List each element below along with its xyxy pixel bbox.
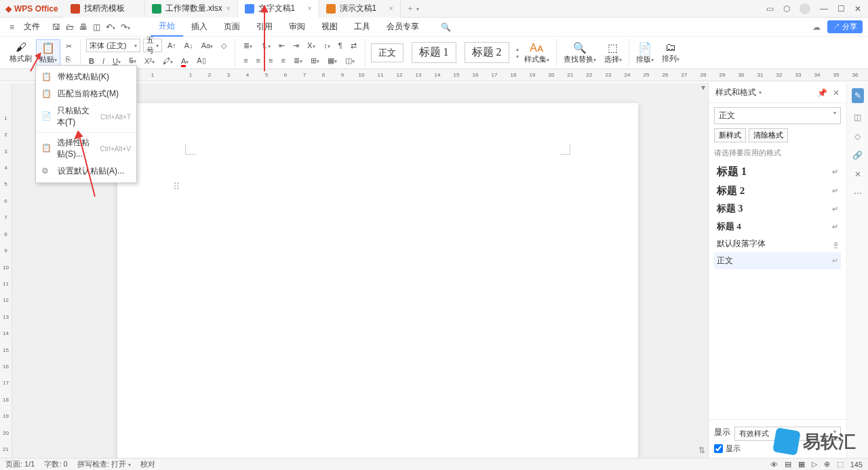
clear-style-button[interactable]: 清除格式 [749, 128, 788, 142]
shapes-icon[interactable]: ◇ [854, 132, 861, 141]
tab-view[interactable]: 视图 [313, 18, 346, 37]
redo-icon[interactable]: ↷▾ [121, 22, 130, 32]
vertical-ruler[interactable]: 123456789101112131415161718192021 [0, 83, 12, 458]
link-icon[interactable]: 🔗 [852, 151, 863, 160]
sort-group[interactable]: 🗂 排列▾ [658, 41, 684, 64]
grow-font-icon[interactable]: A↑ [165, 40, 179, 51]
current-style-select[interactable]: 正文 ▾ [714, 107, 841, 124]
page-indicator[interactable]: 页面: 1/1 [5, 459, 35, 469]
more-icon[interactable]: ⋯ [854, 189, 862, 198]
superscript-icon[interactable]: X²▾ [142, 56, 157, 66]
drag-handle-icon[interactable]: ⠿ [173, 181, 180, 192]
weblayout-icon[interactable]: ▦ [798, 460, 805, 469]
page[interactable]: ⠿ [117, 103, 638, 458]
tab-spreadsheet[interactable]: 工作簿数量.xlsx × [145, 0, 238, 18]
close-icon[interactable]: × [226, 5, 231, 12]
tab-document[interactable]: 文字文稿1 × [238, 0, 319, 18]
user-icon[interactable] [800, 3, 810, 14]
zoom-value[interactable]: 145 [850, 461, 863, 469]
font-select[interactable]: 宋体 (正文)▾ [86, 39, 140, 52]
highlight-icon[interactable]: 🖍▾ [160, 56, 176, 66]
globe-icon[interactable]: ⊕ [824, 460, 830, 469]
search-icon[interactable]: 🔍 [441, 22, 451, 32]
direction-icon[interactable]: ⇄ [348, 40, 359, 52]
cloud-icon[interactable]: ☁ [812, 22, 821, 32]
paste-group[interactable]: 📋 粘贴▾ [36, 39, 60, 66]
style-set-group[interactable]: Aᴀ 样式集▾ [520, 41, 553, 64]
share-button[interactable]: ↗ 分享 [827, 20, 863, 33]
pin-icon[interactable]: 📌 [817, 88, 827, 98]
align-center-icon[interactable]: ≡ [254, 55, 263, 66]
close-icon[interactable]: × [389, 5, 393, 12]
size-select[interactable]: 五号▾ [143, 39, 162, 52]
tab-insert[interactable]: 插入 [183, 18, 216, 37]
tab-review[interactable]: 审阅 [281, 18, 313, 37]
layers-icon[interactable]: ◫ [854, 113, 861, 122]
ruler-collapse-icon[interactable]: ▾ [701, 83, 705, 92]
save-icon[interactable]: 🖫 [52, 22, 60, 32]
tab-member[interactable]: 会员专享 [378, 18, 427, 37]
preview-icon[interactable]: ◫ [93, 22, 100, 32]
style-heading4[interactable]: 标题 4 ↵ [714, 218, 841, 235]
bullets-icon[interactable]: ≣▾ [241, 40, 255, 52]
tools-icon[interactable]: ✕ [854, 170, 861, 179]
proof-status[interactable]: 校对 [140, 459, 155, 469]
print-icon[interactable]: 🖶 [79, 22, 87, 32]
numbering-icon[interactable]: ⒈▾ [258, 39, 273, 52]
align-right-icon[interactable]: ≡ [266, 55, 275, 66]
justify-icon[interactable]: ≡ [278, 55, 288, 66]
paste-keep-format[interactable]: 📋 带格式粘贴(K) [36, 68, 136, 85]
panel-title-dropdown[interactable]: 样式和格式 ▾ [715, 87, 762, 98]
tab-page[interactable]: 页面 [216, 18, 248, 37]
word-count[interactable]: 字数: 0 [44, 459, 67, 469]
paste-default-settings[interactable]: ⚙ 设置默认粘贴(A)... [36, 163, 136, 180]
change-case-icon[interactable]: Aa▾ [199, 40, 216, 51]
style-default-para[interactable]: 默认段落字体 a̲ [714, 235, 841, 252]
select-group[interactable]: ⬚ 选择▾ [600, 41, 626, 64]
window-mode-icon[interactable]: ▭ [766, 4, 774, 14]
layout-group[interactable]: 📄 排版▾ [632, 41, 658, 64]
pilcrow-icon[interactable]: ¶ [336, 40, 345, 51]
fit-icon[interactable]: ⬚ [837, 460, 844, 469]
close-icon[interactable]: ✕ [854, 4, 861, 14]
fill-icon[interactable]: ◫▾ [342, 55, 357, 66]
checkbox[interactable] [714, 444, 723, 453]
tabs-icon[interactable]: ⊞▾ [308, 55, 322, 66]
file-menu[interactable]: 文件 [18, 21, 45, 33]
paste-special[interactable]: 📋 选择性粘贴(S)... Ctrl+Alt+V [36, 134, 136, 163]
tab-start[interactable]: 开始 [151, 18, 183, 37]
dec-indent-icon[interactable]: ⇤ [276, 40, 288, 52]
style-heading1[interactable]: 标题 1 [412, 42, 456, 63]
minimize-icon[interactable]: — [820, 4, 828, 14]
font-color-icon[interactable]: A▾ [178, 56, 191, 66]
distribute-icon[interactable]: ≣▾ [291, 55, 305, 66]
borders-icon[interactable]: ▦▾ [325, 55, 340, 66]
spellcheck-status[interactable]: 拼写检查: 打开 ▾ [77, 459, 131, 469]
paste-text-only[interactable]: 📄 只粘贴文本(T) Ctrl+Alt+T [36, 102, 136, 131]
tab-presentation[interactable]: 演示文稿1 × [319, 0, 401, 18]
text-dir-icon[interactable]: Ⅹ▾ [304, 40, 318, 52]
format-brush-group[interactable]: 🖌 格式刷 [5, 41, 36, 64]
scroll-icon[interactable]: ⇅ [698, 446, 705, 455]
view-icon[interactable]: 👁 [770, 461, 778, 469]
new-style-button[interactable]: 新样式 [714, 128, 746, 142]
style-heading2[interactable]: 标题 2 ↵ [714, 182, 841, 200]
shading-icon[interactable]: A▯ [194, 55, 208, 66]
find-replace-group[interactable]: 🔍 查找替换▾ [559, 41, 600, 64]
maximize-icon[interactable]: ☐ [837, 4, 845, 14]
align-left-icon[interactable]: ≡ [241, 55, 250, 66]
close-icon[interactable]: × [308, 5, 312, 12]
readmode-icon[interactable]: ▤ [785, 460, 791, 469]
clear-format-icon[interactable]: ◇ [218, 40, 229, 52]
pen-icon[interactable]: ✎ [852, 88, 864, 103]
cube-icon[interactable]: ⬡ [783, 4, 790, 14]
undo-icon[interactable]: ↶▾ [106, 22, 115, 32]
style-heading2[interactable]: 标题 2 [465, 42, 509, 63]
copy-icon[interactable]: ⎘ [63, 54, 75, 64]
style-heading3[interactable]: 标题 3 ↵ [714, 200, 841, 218]
styles-up-icon[interactable]: ▴ [516, 46, 519, 52]
style-heading1[interactable]: 标题 1 ↵ [714, 162, 841, 182]
style-normal[interactable]: 正文 [371, 43, 403, 62]
play-icon[interactable]: ▷ [812, 460, 817, 469]
tab-templates[interactable]: 找稻壳模板 [64, 0, 145, 18]
